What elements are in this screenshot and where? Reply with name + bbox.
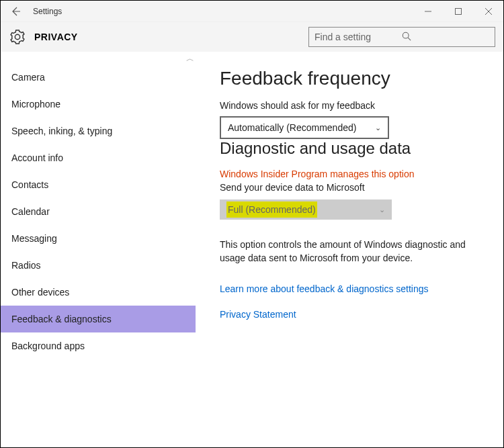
- minimize-button[interactable]: [413, 1, 443, 22]
- sidebar-item[interactable]: Speech, inking, & typing: [1, 118, 196, 144]
- sidebar-item[interactable]: Messaging: [1, 225, 196, 252]
- section-title: PRIVACY: [34, 32, 308, 42]
- feedback-frequency-value: Automatically (Recommended): [228, 122, 356, 133]
- sidebar-item[interactable]: Other devices: [1, 279, 196, 306]
- chevron-down-icon: ⌄: [379, 206, 385, 214]
- maximize-button[interactable]: [443, 1, 473, 22]
- chevron-down-icon: ⌄: [375, 124, 381, 132]
- window-title: Settings: [33, 7, 413, 16]
- search-input[interactable]: Find a setting: [308, 27, 495, 47]
- back-arrow-icon: [10, 6, 21, 17]
- back-button[interactable]: [5, 6, 26, 17]
- title-bar: Settings: [1, 1, 503, 22]
- feedback-heading: Feedback frequency: [220, 68, 483, 89]
- gear-icon: [9, 28, 26, 46]
- learn-more-link[interactable]: Learn more about feedback & diagnostics …: [220, 283, 483, 294]
- sidebar: ︿ CameraMicrophoneSpeech, inking, & typi…: [1, 52, 196, 447]
- svg-point-4: [403, 32, 409, 38]
- sidebar-item[interactable]: Feedback & diagnostics: [1, 306, 196, 332]
- svg-rect-1: [455, 8, 461, 14]
- sidebar-item[interactable]: Radios: [1, 252, 196, 279]
- diagnostic-heading: Diagnostic and usage data: [220, 139, 483, 158]
- search-placeholder: Find a setting: [314, 32, 402, 42]
- diagnostic-label: Send your device data to Microsoft: [220, 182, 483, 193]
- svg-line-5: [408, 38, 411, 40]
- diagnostic-data-select: Full (Recommended) ⌄: [220, 199, 392, 220]
- feedback-frequency-select[interactable]: Automatically (Recommended) ⌄: [220, 116, 389, 139]
- sidebar-item[interactable]: Calendar: [1, 198, 196, 225]
- sidebar-item[interactable]: Background apps: [1, 332, 196, 359]
- sidebar-item[interactable]: Contacts: [1, 171, 196, 198]
- main-pane: Feedback frequency Windows should ask fo…: [196, 52, 503, 447]
- diagnostic-data-value: Full (Recommended): [226, 201, 317, 218]
- search-icon: [402, 32, 489, 43]
- header: PRIVACY Find a setting: [1, 22, 503, 52]
- content: ︿ CameraMicrophoneSpeech, inking, & typi…: [1, 52, 503, 447]
- insider-managed-warning: Windows Insider Program manages this opt…: [220, 169, 483, 179]
- feedback-label: Windows should ask for my feedback: [220, 100, 483, 111]
- privacy-statement-link[interactable]: Privacy Statement: [220, 309, 483, 320]
- sidebar-item[interactable]: Account info: [1, 144, 196, 171]
- window-controls: [413, 1, 503, 22]
- sidebar-item[interactable]: Camera: [1, 64, 196, 91]
- sidebar-item[interactable]: Microphone: [1, 91, 196, 118]
- close-button[interactable]: [473, 1, 503, 22]
- scroll-up-icon[interactable]: ︿: [186, 53, 194, 64]
- diagnostic-description: This option controls the amount of Windo…: [220, 238, 483, 265]
